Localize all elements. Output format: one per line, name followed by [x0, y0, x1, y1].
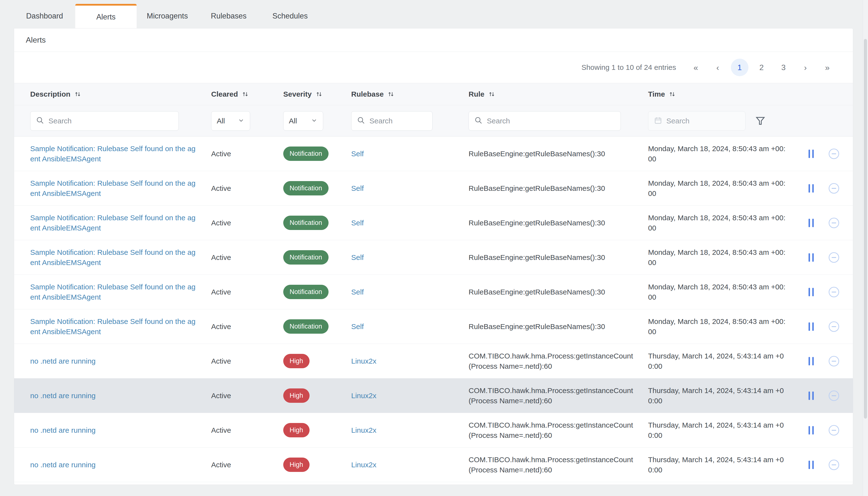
column-header-rule[interactable]: Rule: [469, 83, 648, 105]
cleared-status: Active: [211, 448, 283, 482]
remove-alert-icon[interactable]: [828, 252, 840, 263]
rulebase-link[interactable]: Linux2x: [351, 356, 376, 366]
calendar-icon: [654, 116, 663, 126]
remove-alert-icon[interactable]: [828, 424, 840, 436]
tab-dashboard[interactable]: Dashboard: [14, 4, 75, 28]
remove-alert-icon[interactable]: [828, 321, 840, 332]
pause-alert-icon[interactable]: [806, 217, 817, 229]
alert-description-link[interactable]: Sample Notification: Rulebase Self found…: [30, 316, 198, 337]
sort-icon[interactable]: [488, 90, 496, 98]
tab-schedules[interactable]: Schedules: [259, 4, 321, 28]
pause-alert-icon[interactable]: [806, 286, 817, 298]
sort-icon[interactable]: [315, 90, 323, 98]
page-button-2[interactable]: 2: [753, 59, 770, 76]
sort-icon[interactable]: [387, 90, 395, 98]
pause-alert-icon[interactable]: [806, 424, 817, 436]
alert-description-link[interactable]: Sample Notification: Rulebase Self found…: [30, 247, 198, 268]
severity-badge: Notification: [283, 250, 329, 265]
page-title: Alerts: [26, 35, 46, 45]
tab-alerts[interactable]: Alerts: [75, 4, 137, 28]
alert-description-link[interactable]: no .netd are running: [30, 391, 96, 401]
alert-description-link[interactable]: no .netd are running: [30, 425, 96, 435]
page-button-1[interactable]: 1: [731, 59, 748, 76]
cleared-filter-value: All: [217, 117, 225, 125]
cleared-status: Active: [211, 344, 283, 378]
time-search-input[interactable]: [666, 117, 740, 125]
table-body: Sample Notification: Rulebase Self found…: [14, 137, 853, 482]
alert-description-link[interactable]: Sample Notification: Rulebase Self found…: [30, 213, 198, 233]
remove-alert-icon[interactable]: [828, 390, 840, 402]
rule-search-field[interactable]: [469, 111, 621, 131]
last-page-button[interactable]: »: [819, 59, 836, 76]
column-label: Rule: [469, 90, 484, 98]
rulebase-link[interactable]: Linux2x: [351, 391, 376, 401]
column-header-time[interactable]: Time: [648, 83, 806, 105]
rule-text: RuleBaseEngine:getRuleBaseNames():30: [469, 252, 605, 263]
pause-alert-icon[interactable]: [806, 251, 817, 264]
rulebase-link[interactable]: Self: [351, 149, 364, 159]
scrollbar-thumb[interactable]: [864, 39, 867, 419]
tab-rulebases-label: Rulebases: [211, 12, 246, 20]
rulebase-search-input[interactable]: [369, 117, 427, 125]
pause-alert-icon[interactable]: [806, 182, 817, 195]
vertical-scrollbar[interactable]: [863, 0, 868, 496]
remove-alert-icon[interactable]: [828, 217, 840, 229]
rule-search-input[interactable]: [487, 117, 615, 125]
remove-alert-icon[interactable]: [828, 183, 840, 194]
pause-alert-icon[interactable]: [806, 321, 817, 333]
rulebase-search-field[interactable]: [351, 111, 432, 131]
pause-alert-icon[interactable]: [806, 148, 817, 160]
table-row: Sample Notification: Rulebase Self found…: [14, 171, 853, 206]
remove-alert-icon[interactable]: [828, 459, 840, 471]
sort-icon[interactable]: [668, 90, 676, 98]
alert-description-link[interactable]: no .netd are running: [30, 460, 96, 470]
severity-filter-select[interactable]: All: [283, 111, 323, 131]
time-text: Thursday, March 14, 2024, 5:43:14 am +00…: [648, 386, 786, 406]
cleared-status: Active: [211, 240, 283, 275]
pause-alert-icon[interactable]: [806, 355, 817, 367]
rulebase-link[interactable]: Self: [351, 287, 364, 297]
alert-description-link[interactable]: Sample Notification: Rulebase Self found…: [30, 282, 198, 302]
rulebase-link[interactable]: Self: [351, 252, 364, 263]
table-row: Sample Notification: Rulebase Self found…: [14, 206, 853, 240]
severity-badge: Notification: [283, 146, 329, 161]
filter-funnel-icon[interactable]: [754, 115, 766, 127]
next-page-button[interactable]: ›: [797, 59, 814, 76]
column-label: Severity: [283, 90, 312, 98]
remove-alert-icon[interactable]: [828, 148, 840, 160]
time-text: Thursday, March 14, 2024, 5:43:14 am +00…: [648, 420, 786, 440]
remove-alert-icon[interactable]: [828, 355, 840, 367]
pause-alert-icon[interactable]: [806, 459, 817, 471]
column-header-rulebase[interactable]: Rulebase: [351, 83, 469, 105]
alert-description-link[interactable]: Sample Notification: Rulebase Self found…: [30, 178, 198, 199]
rulebase-link[interactable]: Linux2x: [351, 425, 376, 435]
rulebase-link[interactable]: Self: [351, 183, 364, 193]
table-row: Sample Notification: Rulebase Self found…: [14, 275, 853, 309]
severity-filter-value: All: [289, 117, 297, 125]
page-button-3[interactable]: 3: [775, 59, 792, 76]
cleared-filter-select[interactable]: All: [211, 111, 250, 131]
remove-alert-icon[interactable]: [828, 286, 840, 298]
column-header-severity[interactable]: Severity: [283, 83, 351, 105]
severity-badge: Notification: [283, 285, 329, 299]
rulebase-link[interactable]: Self: [351, 218, 364, 228]
description-search-field[interactable]: [30, 111, 179, 131]
tab-rulebases[interactable]: Rulebases: [198, 4, 259, 28]
tab-alerts-label: Alerts: [96, 13, 116, 21]
first-page-button[interactable]: «: [687, 59, 704, 76]
time-text: Monday, March 18, 2024, 8:50:43 am +00:0…: [648, 247, 786, 268]
alert-description-link[interactable]: Sample Notification: Rulebase Self found…: [30, 144, 198, 164]
alert-description-link[interactable]: no .netd are running: [30, 356, 96, 366]
rulebase-link[interactable]: Linux2x: [351, 460, 376, 470]
sort-icon[interactable]: [74, 90, 81, 98]
column-header-cleared[interactable]: Cleared: [211, 83, 283, 105]
chevron-down-icon: [238, 117, 245, 125]
column-header-description[interactable]: Description: [30, 83, 211, 105]
time-search-field[interactable]: [648, 111, 746, 131]
sort-icon[interactable]: [241, 90, 249, 98]
pause-alert-icon[interactable]: [806, 390, 817, 402]
prev-page-button[interactable]: ‹: [709, 59, 727, 76]
tab-microagents[interactable]: Microagents: [137, 4, 198, 28]
rulebase-link[interactable]: Self: [351, 322, 364, 332]
description-search-input[interactable]: [48, 117, 173, 125]
